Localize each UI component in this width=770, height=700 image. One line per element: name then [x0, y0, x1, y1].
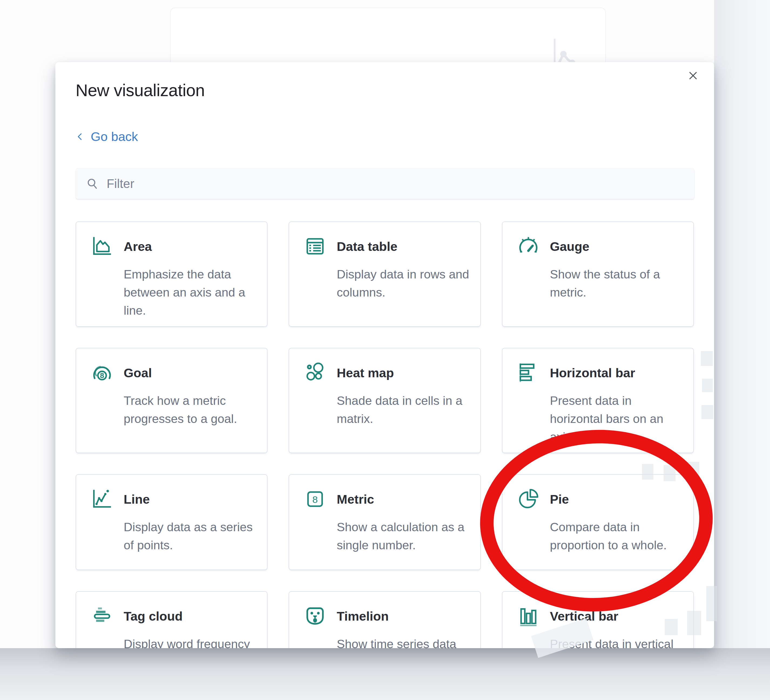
horizontal-bar-icon	[516, 361, 540, 384]
viz-card-title: Timelion	[336, 609, 388, 624]
viz-card-tag-cloud[interactable]: Tag cloudDisplay word frequency with fon…	[76, 591, 268, 648]
svg-text:8: 8	[312, 494, 318, 505]
viz-card-title: Tag cloud	[124, 609, 183, 624]
background-shadow	[0, 648, 770, 700]
filter-input[interactable]	[100, 169, 694, 199]
viz-card-description: Emphasize the data between an axis and a…	[90, 265, 256, 319]
viz-card-title: Heat map	[336, 365, 394, 380]
viz-card-title: Gauge	[550, 239, 589, 254]
viz-card-head: 8Goal	[90, 361, 256, 384]
new-visualization-modal: New visualization Go back AreaEmphasize …	[55, 62, 714, 648]
viz-card-head: Pie	[516, 487, 683, 511]
area-chart-icon	[90, 234, 114, 258]
data-table-icon	[303, 234, 327, 258]
viz-card-head: Tag cloud	[90, 604, 256, 628]
background-artifact	[686, 462, 699, 481]
viz-card-timelion[interactable]: TimelionShow time series data on a graph…	[289, 591, 480, 648]
viz-card-horizontal-bar[interactable]: Horizontal barPresent data in horizontal…	[502, 348, 694, 453]
timelion-icon	[303, 604, 327, 628]
viz-card-head: 8Metric	[303, 487, 469, 511]
viz-card-description: Display word frequency with font size.	[90, 635, 256, 648]
tag-cloud-icon	[90, 604, 114, 628]
metric-icon: 8	[303, 487, 327, 511]
viz-card-pie[interactable]: PieCompare data in proportion to a whole…	[502, 474, 694, 570]
viz-card-title: Metric	[336, 492, 374, 507]
background-artifact	[665, 619, 678, 635]
viz-card-description: Present data in horizontal bars on an ax…	[516, 392, 683, 446]
viz-card-title: Horizontal bar	[550, 365, 635, 380]
viz-card-metric[interactable]: 8MetricShow a calculation as a single nu…	[289, 474, 480, 570]
background-artifact	[702, 379, 713, 392]
viz-card-title: Area	[124, 239, 152, 254]
viz-card-head: Vertical bar	[516, 604, 683, 628]
viz-card-title: Line	[124, 492, 150, 507]
go-back-link[interactable]: Go back	[76, 129, 138, 144]
new-visualization-screen: New visualization Go back AreaEmphasize …	[0, 0, 770, 700]
viz-card-description: Show time series data on a graph.	[303, 635, 469, 648]
viz-card-title: Data table	[336, 239, 398, 254]
chevron-left-icon	[76, 131, 85, 143]
go-back-label: Go back	[91, 129, 138, 144]
viz-card-head: Line	[90, 487, 256, 511]
viz-card-line[interactable]: LineDisplay data as a series of points.	[76, 474, 268, 570]
gauge-icon	[516, 234, 540, 258]
viz-card-data-table[interactable]: Data tableDisplay data in rows and colum…	[289, 222, 480, 327]
filter-field	[76, 168, 694, 199]
viz-card-head: Horizontal bar	[516, 361, 683, 384]
viz-card-gauge[interactable]: GaugeShow the status of a metric.	[502, 222, 694, 327]
viz-card-head: Gauge	[516, 234, 683, 258]
vertical-bar-icon	[516, 604, 540, 628]
svg-text:8: 8	[100, 371, 104, 380]
viz-card-description: Shade data in cells in a matrix.	[303, 392, 469, 428]
viz-card-head: Timelion	[303, 604, 469, 628]
close-icon	[686, 69, 700, 83]
viz-card-description: Show the status of a metric.	[516, 265, 683, 301]
background-artifact	[706, 586, 717, 621]
viz-card-description: Track how a metric progresses to a goal.	[90, 392, 256, 428]
viz-card-title: Pie	[550, 492, 569, 507]
viz-card-title: Goal	[124, 365, 152, 380]
viz-card-heat-map[interactable]: Heat mapShade data in cells in a matrix.	[289, 348, 480, 453]
background-artifact	[701, 351, 713, 366]
viz-card-description: Compare data in proportion to a whole.	[516, 518, 683, 554]
pie-chart-icon	[516, 487, 540, 511]
viz-card-head: Heat map	[303, 361, 469, 384]
background-band	[714, 0, 770, 700]
background-artifact	[642, 464, 654, 480]
viz-card-description: Display data as a series of points.	[90, 518, 256, 554]
viz-card-description: Display data in rows and columns.	[303, 265, 469, 301]
line-chart-icon	[90, 487, 114, 511]
viz-card-goal[interactable]: 8GoalTrack how a metric progresses to a …	[76, 348, 268, 453]
goal-icon: 8	[90, 361, 114, 384]
background-artifact	[663, 465, 676, 481]
background-artifact	[701, 405, 713, 419]
viz-card-head: Area	[90, 234, 256, 258]
viz-card-area[interactable]: AreaEmphasize the data between an axis a…	[76, 222, 268, 327]
modal-title: New visualization	[76, 81, 205, 100]
heat-map-icon	[303, 361, 327, 384]
viz-card-head: Data table	[303, 234, 469, 258]
viz-grid: AreaEmphasize the data between an axis a…	[76, 222, 694, 648]
background-artifact	[687, 611, 701, 635]
viz-card-description: Show a calculation as a single number.	[303, 518, 469, 554]
search-icon	[86, 177, 100, 191]
close-button[interactable]	[686, 68, 700, 83]
